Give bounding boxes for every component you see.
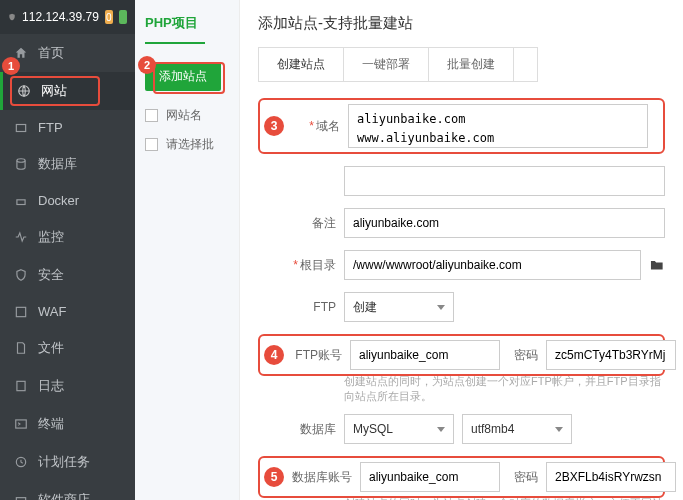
- tab-deploy[interactable]: 一键部署: [344, 48, 429, 81]
- nav-terminal[interactable]: 终端: [0, 405, 135, 443]
- db-pwd-input[interactable]: [546, 462, 676, 492]
- shield-icon: [8, 10, 16, 24]
- nav-cron[interactable]: 计划任务: [0, 443, 135, 481]
- db-charset-select[interactable]: utf8mb4: [462, 414, 572, 444]
- remark-input[interactable]: [344, 208, 665, 238]
- extra-input[interactable]: [344, 166, 665, 196]
- nav-file[interactable]: 文件: [0, 329, 135, 367]
- monitor-icon: [14, 230, 28, 244]
- chevron-down-icon: [437, 427, 445, 432]
- nav-waf[interactable]: WAF: [0, 294, 135, 329]
- db-account-input[interactable]: [360, 462, 500, 492]
- svg-rect-6: [16, 420, 27, 428]
- db-engine-select[interactable]: MySQL: [344, 414, 454, 444]
- nav-security[interactable]: 安全: [0, 256, 135, 294]
- svg-rect-1: [16, 124, 25, 131]
- store-icon: [14, 493, 28, 500]
- sidebar: 112.124.39.79 0 首页 网站 FTP 数据库 Docker 监控 …: [0, 0, 135, 500]
- chevron-down-icon: [437, 305, 445, 310]
- label-root: *根目录: [258, 257, 336, 274]
- annotation-marker-2: 2: [138, 56, 156, 74]
- label-db-account: 数据库账号: [292, 469, 352, 486]
- annotation-box-5: 5 数据库账号 密码: [258, 456, 665, 498]
- table-header: 网站名: [145, 101, 229, 130]
- nav-log[interactable]: 日志: [0, 367, 135, 405]
- ftp-hint: 创建站点的同时，为站点创建一个对应FTP帐户，并且FTP目录指向站点所在目录。: [344, 374, 665, 404]
- modal-title: 添加站点-支持批量建站: [258, 14, 665, 33]
- add-site-button[interactable]: 添加站点: [145, 62, 221, 91]
- th-sitename: 网站名: [166, 107, 202, 124]
- nav-monitor[interactable]: 监控: [0, 218, 135, 256]
- label-domain: *域名: [292, 118, 340, 135]
- ftp-select[interactable]: 创建: [344, 292, 454, 322]
- nav-store[interactable]: 软件商店: [0, 481, 135, 500]
- php-project-tab[interactable]: PHP项目: [145, 10, 205, 44]
- terminal-icon: [14, 417, 28, 431]
- annotation-marker-5: 5: [264, 467, 284, 487]
- svg-point-2: [17, 159, 25, 163]
- label-ftp-account: FTP账号: [292, 347, 342, 364]
- notif-badge[interactable]: 0: [105, 10, 113, 24]
- log-icon: [14, 379, 28, 393]
- ftp-pwd-input[interactable]: [546, 340, 676, 370]
- globe-icon: [17, 84, 31, 98]
- db-icon: [14, 157, 28, 171]
- label-db: 数据库: [258, 421, 336, 438]
- nav-docker[interactable]: Docker: [0, 183, 135, 218]
- clock-icon: [14, 455, 28, 469]
- sidebar-header: 112.124.39.79 0: [0, 0, 135, 34]
- svg-rect-3: [17, 199, 25, 204]
- nav-ftp[interactable]: FTP: [0, 110, 135, 145]
- table-row: 请选择批: [145, 130, 229, 159]
- placeholder-text: 请选择批: [166, 136, 214, 153]
- label-ftp-pwd: 密码: [508, 347, 538, 364]
- site-list-panel: PHP项目 添加站点 网站名 请选择批: [135, 0, 240, 500]
- annotation-box-3: 3 *域名 aliyunbaike.com www.aliyunbaike.co…: [258, 98, 665, 154]
- svg-rect-5: [17, 381, 25, 390]
- root-input[interactable]: [344, 250, 641, 280]
- shield-icon: [14, 268, 28, 282]
- chevron-down-icon: [555, 427, 563, 432]
- annotation-box-4: 4 FTP账号 密码: [258, 334, 665, 376]
- waf-icon: [14, 305, 28, 319]
- annotation-marker-3: 3: [264, 116, 284, 136]
- annotation-marker-4: 4: [264, 345, 284, 365]
- tab-batch[interactable]: 批量创建: [429, 48, 514, 81]
- domain-input[interactable]: aliyunbaike.com www.aliyunbaike.com: [348, 104, 648, 148]
- ip-address: 112.124.39.79: [22, 10, 99, 24]
- file-icon: [14, 341, 28, 355]
- status-badge[interactable]: [119, 10, 127, 24]
- nav-site[interactable]: 网站: [0, 72, 135, 110]
- svg-rect-4: [16, 307, 25, 316]
- folder-icon[interactable]: [649, 257, 665, 273]
- add-site-modal: 添加站点-支持批量建站 创建站点 一键部署 批量创建 3 *域名 aliyunb…: [240, 0, 683, 500]
- nav-db[interactable]: 数据库: [0, 145, 135, 183]
- ftp-icon: [14, 121, 28, 135]
- label-remark: 备注: [258, 215, 336, 232]
- docker-icon: [14, 194, 28, 208]
- nav-home[interactable]: 首页: [0, 34, 135, 72]
- tab-create[interactable]: 创建站点: [259, 48, 344, 81]
- label-db-pwd: 密码: [508, 469, 538, 486]
- row-checkbox[interactable]: [145, 138, 158, 151]
- annotation-marker-1: 1: [2, 57, 20, 75]
- ftp-account-input[interactable]: [350, 340, 500, 370]
- modal-tabs: 创建站点 一键部署 批量创建: [258, 47, 538, 82]
- select-all-checkbox[interactable]: [145, 109, 158, 122]
- label-ftp: FTP: [258, 300, 336, 314]
